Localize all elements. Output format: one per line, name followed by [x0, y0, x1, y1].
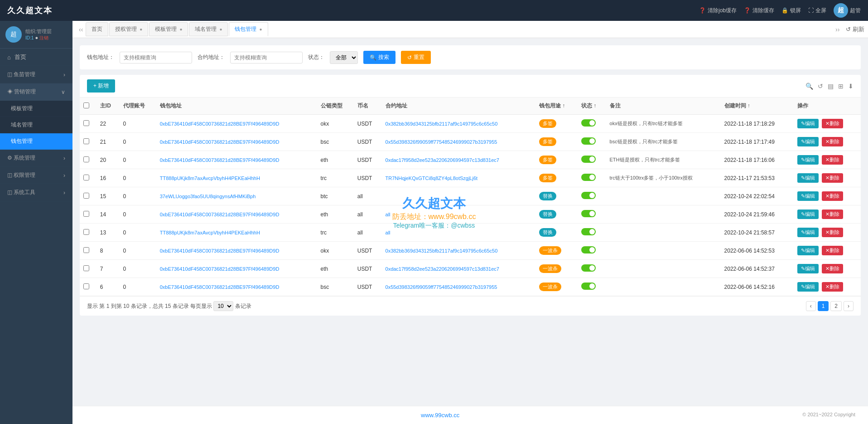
contract-addr-link-2[interactable]: 0xdac17f958d2ee523a2206206994597c13d831e…: [386, 157, 499, 163]
tab-prev-btn[interactable]: ‹‹: [76, 24, 86, 35]
status-toggle-2[interactable]: [581, 156, 596, 163]
contract-addr-link-3[interactable]: TR7NHqjeKQxGTCi8q8ZY4pL8otSzgjLj6t: [386, 175, 478, 181]
page-1-btn[interactable]: 1: [818, 301, 829, 311]
status-toggle-9[interactable]: [581, 283, 596, 290]
prev-page-btn[interactable]: ‹: [806, 301, 816, 311]
status-toggle-8[interactable]: [581, 264, 596, 272]
contract-addr-link-9[interactable]: 0x55d398326f99059ff775485246999027b31979…: [386, 284, 497, 290]
fullscreen-btn[interactable]: ⛶ 全屏: [808, 7, 826, 15]
row-select-8[interactable]: [83, 265, 89, 271]
grid-tool-icon[interactable]: ⊞: [838, 83, 844, 90]
status-toggle-1[interactable]: [581, 137, 596, 145]
next-page-btn[interactable]: ›: [844, 301, 854, 311]
edit-btn-3[interactable]: ✎编辑: [797, 173, 819, 183]
delete-btn-2[interactable]: ✕删除: [822, 155, 843, 165]
edit-btn-8[interactable]: ✎编辑: [797, 264, 819, 273]
delete-btn-7[interactable]: ✕删除: [822, 246, 843, 255]
delete-btn-9[interactable]: ✕删除: [822, 282, 843, 292]
search-tool-icon[interactable]: 🔍: [805, 83, 813, 90]
add-btn[interactable]: + 新增: [87, 79, 115, 93]
row-select-6[interactable]: [83, 229, 89, 235]
wallet-address-input[interactable]: [120, 52, 192, 63]
sidebar-item-permission[interactable]: ◫ 权限管理 ›: [0, 167, 72, 184]
sidebar-item-tools[interactable]: ◫ 系统工具 ›: [0, 184, 72, 201]
user-menu[interactable]: 超 超管: [834, 3, 861, 18]
status-toggle-7[interactable]: [581, 246, 596, 253]
delete-btn-0[interactable]: ✕删除: [822, 119, 843, 128]
tab-wallet[interactable]: 钱包管理 ●: [229, 22, 268, 36]
edit-btn-5[interactable]: ✎编辑: [797, 210, 819, 219]
delete-btn-6[interactable]: ✕删除: [822, 228, 843, 237]
sidebar-item-fish[interactable]: ◫ 鱼苗管理 ›: [0, 66, 72, 83]
tab-auth[interactable]: 授权管理 ●: [109, 22, 148, 36]
clear-job-cache-btn[interactable]: ❓ 清除job缓存: [699, 7, 737, 15]
status-toggle-0[interactable]: [581, 119, 596, 127]
edit-btn-6[interactable]: ✎编辑: [797, 228, 819, 237]
sidebar-item-marketing[interactable]: ◈ 营销管理 ∨: [0, 83, 72, 101]
contract-addr-link-7[interactable]: 0x382bb369d343125bfb2117af9c149795c6c65c…: [386, 248, 498, 253]
select-all-checkbox[interactable]: [83, 102, 89, 108]
wallet-addr-link-4[interactable]: 37eWLUoggo3fao5UU8qingynsAfHMKiBph: [160, 194, 256, 199]
tab-domain[interactable]: 域名管理 ●: [189, 22, 228, 36]
tab-home[interactable]: 首页: [86, 22, 108, 36]
wallet-addr-link-6[interactable]: TT888pUKjk8m7axAvcpVbyhH4PEKEaHhhH: [160, 230, 260, 235]
row-select-7[interactable]: [83, 247, 89, 253]
wallet-addr-link-7[interactable]: 0xbE736410dF458C00736821d28BE97Ff496489D…: [160, 248, 280, 253]
delete-btn-8[interactable]: ✕删除: [822, 264, 843, 273]
columns-tool-icon[interactable]: ▤: [828, 83, 834, 90]
clear-cache-btn[interactable]: ❓ 清除缓存: [744, 7, 774, 15]
contract-addr-link-8[interactable]: 0xdac17f958d2ee523a2206206994597c13d831e…: [386, 266, 499, 272]
lock-screen-btn[interactable]: 🔒 锁屏: [781, 7, 801, 15]
per-page-select[interactable]: 10 20 50: [213, 301, 233, 311]
wallet-addr-link-0[interactable]: 0xbE736410dF458C00736821d28BE97Ff496489D…: [160, 121, 280, 127]
row-select-2[interactable]: [83, 156, 89, 162]
wallet-addr-link-8[interactable]: 0xbE736410dF458C00736821d28BE97Ff496489D…: [160, 266, 280, 272]
row-select-9[interactable]: [83, 283, 89, 289]
sidebar-item-system[interactable]: ⚙ 系统管理 ›: [0, 150, 72, 167]
status-toggle-6[interactable]: [581, 228, 596, 235]
wallet-addr-link-9[interactable]: 0xbE736410dF458C00736821d28BE97Ff496489D…: [160, 284, 280, 290]
tab-template[interactable]: 模板管理 ●: [149, 22, 188, 36]
tab-domain-close[interactable]: ●: [219, 27, 222, 32]
wallet-addr-link-3[interactable]: TT888pUKjk8m7axAvcpVbyhH4PEKEaHhhH: [160, 175, 260, 181]
contract-addr-link-0[interactable]: 0x382bb369d343125bfb2117af9c149795c6c65c…: [386, 121, 498, 127]
page-2-btn[interactable]: 2: [830, 301, 842, 311]
logout-btn[interactable]: 注销: [39, 35, 48, 40]
row-select-3[interactable]: [83, 175, 89, 180]
refresh-btn[interactable]: ↺ 刷新: [846, 25, 864, 34]
delete-btn-4[interactable]: ✕删除: [822, 191, 843, 201]
status-select[interactable]: 全部 启用 禁用: [330, 51, 358, 64]
contract-addr-link-1[interactable]: 0x55d398326f99059ff775485246999027b31979…: [386, 139, 497, 145]
delete-btn-3[interactable]: ✕删除: [822, 173, 843, 183]
row-select-1[interactable]: [83, 138, 89, 144]
contract-address-input[interactable]: [230, 52, 303, 63]
row-select-4[interactable]: [83, 193, 89, 199]
edit-btn-0[interactable]: ✎编辑: [797, 119, 819, 128]
edit-btn-2[interactable]: ✎编辑: [797, 155, 819, 165]
edit-btn-9[interactable]: ✎编辑: [797, 282, 819, 292]
status-toggle-3[interactable]: [581, 174, 596, 181]
tab-auth-close[interactable]: ●: [140, 27, 142, 32]
sidebar-item-home[interactable]: ⌂ 首页: [0, 49, 72, 66]
sidebar-item-domain[interactable]: 域名管理: [0, 117, 72, 133]
reset-btn[interactable]: ↺ 重置: [401, 51, 431, 64]
row-select-0[interactable]: [83, 120, 89, 126]
sidebar-item-template[interactable]: 模板管理: [0, 101, 72, 117]
export-tool-icon[interactable]: ⬇: [848, 83, 854, 90]
tab-next-btn[interactable]: ››: [833, 24, 842, 35]
sidebar-item-wallet[interactable]: 钱包管理: [0, 133, 72, 150]
edit-btn-1[interactable]: ✎编辑: [797, 137, 819, 146]
delete-btn-5[interactable]: ✕删除: [822, 210, 843, 219]
status-toggle-5[interactable]: [581, 210, 596, 217]
status-toggle-4[interactable]: [581, 192, 596, 199]
tab-template-close[interactable]: ●: [179, 27, 182, 32]
wallet-addr-link-2[interactable]: 0xbE736410dF458C00736821d28BE97Ff496489D…: [160, 157, 280, 163]
tab-wallet-close[interactable]: ●: [259, 27, 262, 32]
edit-btn-7[interactable]: ✎编辑: [797, 246, 819, 255]
search-btn[interactable]: 🔍 搜索: [363, 51, 395, 64]
row-select-5[interactable]: [83, 211, 89, 217]
wallet-addr-link-5[interactable]: 0xbE736410dF458C00736821d28BE97Ff496489D…: [160, 212, 280, 217]
wallet-addr-link-1[interactable]: 0xbE736410dF458C00736821d28BE97Ff496489D…: [160, 139, 280, 145]
delete-btn-1[interactable]: ✕删除: [822, 137, 843, 146]
refresh-tool-icon[interactable]: ↺: [818, 83, 823, 90]
